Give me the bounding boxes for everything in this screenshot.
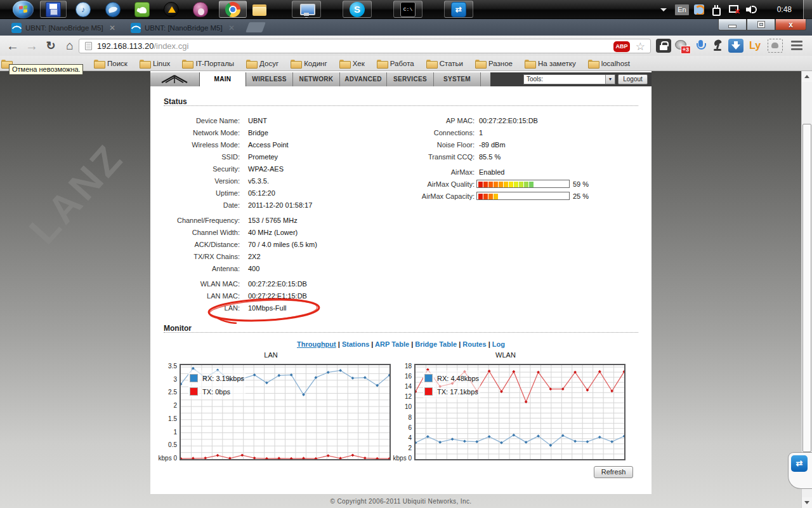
scroll-up-icon[interactable]	[802, 71, 812, 82]
airmax-bar-row: AirMax Quality:59 %	[150, 180, 652, 189]
bookmark-item[interactable]: Статьи	[426, 60, 463, 67]
tray-app-icon[interactable]	[694, 4, 704, 15]
reload-button[interactable]: ↻	[42, 37, 60, 55]
taskbar-app-thunderbird[interactable]	[105, 2, 122, 17]
status-value: 1	[479, 128, 483, 138]
bookmark-item[interactable]: Хек	[339, 60, 365, 67]
monitor-heading: Monitor	[164, 324, 192, 333]
adblock-icon[interactable]: ABP	[613, 41, 630, 52]
lamp-extension-icon[interactable]	[710, 39, 726, 53]
ly-extension-icon[interactable]: Ly	[747, 39, 763, 53]
status-row: Noise Floor:-89 dBm	[150, 140, 652, 150]
airos-tab-network[interactable]: NETWORK	[293, 72, 340, 86]
bookmark-item[interactable]: Кодинг	[291, 60, 327, 67]
taskbar-app-save[interactable]	[40, 1, 67, 18]
taskbar-app-cmd[interactable]: C:\	[393, 1, 422, 18]
taskbar-app-explorer[interactable]	[252, 2, 268, 17]
status-value: -89 dBm	[479, 140, 506, 150]
browser-menu-icon[interactable]	[789, 39, 804, 53]
monitor-link-bridge-table[interactable]: Bridge Table	[415, 340, 457, 348]
browser-scrollbar[interactable]	[801, 71, 812, 508]
logout-button[interactable]: Logout	[618, 74, 648, 84]
monitor-icon	[299, 2, 314, 17]
bookmark-label: На заметку	[538, 60, 576, 67]
power-plug-icon[interactable]	[710, 4, 721, 15]
bookmark-item[interactable]: Досуг	[246, 60, 278, 67]
lock-extension-icon[interactable]	[656, 39, 671, 53]
tab-close-icon[interactable]: ✕	[109, 23, 115, 32]
folder-icon	[525, 60, 535, 67]
status-row: Transmit CCQ:85.5 %	[150, 152, 652, 162]
restore-button[interactable]	[747, 19, 775, 30]
taskbar-app-penguin[interactable]	[193, 2, 209, 17]
bookmark-item[interactable]: IT-Порталы	[182, 60, 234, 67]
status-label: Channel Width:	[113, 228, 240, 237]
tab-title: UBNT: [NanoBridge M5] - |	[145, 24, 225, 32]
tab-close-icon[interactable]: ✕	[228, 23, 235, 32]
teamviewer-widget[interactable]: ⇄	[788, 452, 812, 489]
bookmark-star-icon[interactable]: ☆	[636, 39, 645, 54]
bookmark-item[interactable]: Поиск	[94, 60, 128, 67]
status-label: AirMax:	[348, 168, 475, 177]
monitor-link-throughput[interactable]: Throughput	[297, 340, 336, 348]
evernote-extension-icon[interactable]	[768, 39, 783, 53]
volume-icon[interactable]	[746, 4, 757, 15]
address-bar[interactable]: 192.168.113.20/index.cgi ABP ☆	[79, 39, 651, 53]
taskbar-app-itunes[interactable]: ♪	[75, 2, 92, 17]
bookmark-item[interactable]: localhost	[588, 60, 630, 67]
forward-button[interactable]: →	[23, 37, 41, 55]
browser-tab-2[interactable]: UBNT: [NanoBridge M5] - | ✕	[124, 20, 240, 36]
scrollbar-thumb[interactable]	[802, 124, 811, 452]
folder-icon	[140, 60, 150, 67]
bookmark-item[interactable]: На заметку	[525, 60, 576, 67]
chart-plot-area: RX: 4.48kbpsTX: 17.1kbps	[414, 364, 625, 460]
tray-expand-icon[interactable]	[660, 8, 667, 11]
download-extension-icon[interactable]	[728, 39, 743, 53]
airos-tab-services[interactable]: SERVICES	[387, 72, 434, 86]
status-row: AirMax:Enabled	[150, 168, 652, 177]
minimize-button[interactable]	[718, 19, 747, 30]
clock[interactable]: 0:48	[777, 5, 792, 14]
monitor-link-arp-table[interactable]: ARP Table	[375, 340, 409, 348]
start-button[interactable]	[13, 1, 34, 18]
folder-icon	[94, 60, 104, 67]
bookmark-item[interactable]: Разное	[475, 60, 513, 67]
refresh-button[interactable]: Refresh	[594, 466, 633, 478]
bookmark-item[interactable]: Работа	[377, 60, 414, 67]
back-button[interactable]: ←	[4, 37, 22, 55]
home-button[interactable]: ⌂	[61, 37, 79, 55]
airos-tab-main[interactable]: MAIN	[199, 72, 246, 86]
airos-header: MAINWIRELESSNETWORKADVANCEDSERVICESSYSTE…	[150, 72, 652, 86]
bookmark-label: Досуг	[259, 60, 278, 67]
show-desktop-button[interactable]	[803, 0, 812, 19]
airos-tab-wireless[interactable]: WIRELESS	[246, 72, 293, 86]
taskbar-app-chrome[interactable]	[219, 1, 247, 18]
taskbar-app-teamviewer[interactable]: ⇄	[444, 1, 473, 18]
monitor-link-log[interactable]: Log	[492, 340, 505, 348]
language-indicator[interactable]: En	[675, 4, 689, 15]
dropdown-arrow-icon[interactable]: ▼	[605, 75, 615, 84]
status-heading: Status	[164, 97, 187, 106]
taskbar-app-display[interactable]	[292, 1, 321, 18]
snail-extension-icon[interactable]: +3	[674, 39, 689, 53]
microphone-extension-icon[interactable]	[693, 39, 708, 53]
taskbar-app-aimp[interactable]	[164, 2, 180, 17]
network-status-icon[interactable]	[728, 4, 740, 15]
status-label: Channel/Frequency:	[113, 216, 240, 225]
bookmark-item[interactable]: Linux	[140, 60, 171, 67]
monitor-link-stations[interactable]: Stations	[342, 340, 369, 348]
monitor-link-routes[interactable]: Routes	[462, 340, 486, 348]
browser-tab-1[interactable]: UBNT: [NanoBridge M5] - | ✕	[5, 20, 121, 36]
taskbar: ♪ S C:\ ⇄ En 0:48	[0, 0, 812, 19]
airos-tab-advanced[interactable]: ADVANCED	[340, 72, 387, 86]
close-button[interactable]: x	[775, 19, 806, 30]
bird-icon	[105, 2, 121, 17]
airos-tab-system[interactable]: SYSTEM	[434, 72, 481, 86]
taskbar-app-skype[interactable]: S	[343, 1, 372, 18]
taskbar-app-evernote[interactable]	[134, 2, 151, 17]
scroll-down-icon[interactable]	[802, 497, 812, 508]
new-tab-button[interactable]	[246, 22, 266, 32]
tools-select[interactable]: Tools:▼	[523, 74, 615, 84]
bookmark-label: Хек	[353, 60, 365, 67]
status-value: 85.5 %	[479, 152, 501, 162]
